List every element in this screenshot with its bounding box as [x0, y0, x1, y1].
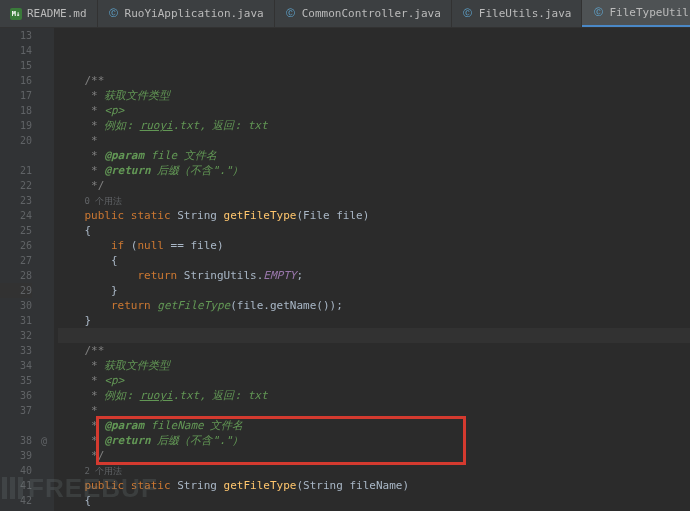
line-number: 25	[0, 223, 32, 238]
line-number: 33	[0, 343, 32, 358]
java-class-icon: Ⓒ	[108, 8, 120, 20]
code-line[interactable]: {	[58, 253, 690, 268]
code-line[interactable]: * 获取文件类型	[58, 88, 690, 103]
code-area[interactable]: /** * 获取文件类型 * <p> * 例如: ruoyi.txt, 返回: …	[54, 28, 690, 511]
code-line[interactable]: return getFileType(file.getName());	[58, 298, 690, 313]
line-number: 17	[0, 88, 32, 103]
line-number-gutter: 1314151617181920212223242526272829303132…	[0, 28, 40, 511]
tab-ruoyiapplication-java[interactable]: ⒸRuoYiApplication.java	[98, 0, 275, 27]
code-line[interactable]: {	[58, 223, 690, 238]
tab-label: FileTypeUtils.java	[609, 6, 690, 19]
tab-commoncontroller-java[interactable]: ⒸCommonController.java	[275, 0, 452, 27]
tab-bar: M↓README.mdⒸRuoYiApplication.javaⒸCommon…	[0, 0, 690, 28]
line-number: 30	[0, 298, 32, 313]
watermark: FREEBUF	[2, 477, 158, 499]
code-line[interactable]: }	[58, 283, 690, 298]
code-line[interactable]: * @param file 文件名	[58, 148, 690, 163]
code-line[interactable]: */	[58, 448, 690, 463]
gutter-override-icon[interactable]: @	[41, 433, 47, 448]
code-line[interactable]: }	[58, 313, 690, 328]
code-line[interactable]: * @return 后缀（不含"."）	[58, 433, 690, 448]
line-number: 15	[0, 58, 32, 73]
code-line[interactable]: /**	[58, 343, 690, 358]
line-number	[0, 148, 32, 163]
code-line[interactable]: /**	[58, 73, 690, 88]
markdown-icon: M↓	[10, 8, 22, 20]
gutter-marks: @	[40, 28, 54, 511]
code-line[interactable]: if (null == file)	[58, 238, 690, 253]
code-line[interactable]: * 例如: ruoyi.txt, 返回: txt	[58, 118, 690, 133]
line-number: 34	[0, 358, 32, 373]
tab-label: FileUtils.java	[479, 7, 572, 20]
java-class-icon: Ⓒ	[285, 8, 297, 20]
line-number: 36	[0, 388, 32, 403]
tab-label: RuoYiApplication.java	[125, 7, 264, 20]
line-number: 38	[0, 433, 32, 448]
tab-label: README.md	[27, 7, 87, 20]
tab-label: CommonController.java	[302, 7, 441, 20]
code-line[interactable]: return StringUtils.EMPTY;	[58, 268, 690, 283]
tab-filetypeutils-java[interactable]: ⒸFileTypeUtils.java×	[582, 0, 690, 27]
watermark-text: FREEBUF	[28, 481, 158, 496]
code-line[interactable]: public static String getFileType(File fi…	[58, 208, 690, 223]
line-number: 28	[0, 268, 32, 283]
code-line[interactable]	[58, 328, 690, 343]
code-line[interactable]: */	[58, 178, 690, 193]
java-class-icon: Ⓒ	[462, 8, 474, 20]
line-number: 22	[0, 178, 32, 193]
code-line[interactable]: *	[58, 403, 690, 418]
line-number: 29	[0, 283, 32, 298]
line-number: 13	[0, 28, 32, 43]
line-number: 16	[0, 73, 32, 88]
line-number: 18	[0, 103, 32, 118]
line-number: 37	[0, 403, 32, 418]
line-number: 20	[0, 133, 32, 148]
line-number: 23	[0, 193, 32, 208]
code-line[interactable]: * 获取文件类型	[58, 358, 690, 373]
code-line[interactable]: 0 个用法	[58, 193, 690, 208]
line-number	[0, 418, 32, 433]
line-number: 26	[0, 238, 32, 253]
code-editor[interactable]: 1314151617181920212223242526272829303132…	[0, 28, 690, 511]
code-line[interactable]: * @return 后缀（不含"."）	[58, 163, 690, 178]
line-number: 14	[0, 43, 32, 58]
line-number: 31	[0, 313, 32, 328]
code-line[interactable]: * @param fileName 文件名	[58, 418, 690, 433]
line-number: 35	[0, 373, 32, 388]
line-number: 39	[0, 448, 32, 463]
tab-fileutils-java[interactable]: ⒸFileUtils.java	[452, 0, 583, 27]
code-line[interactable]: * <p>	[58, 103, 690, 118]
tab-readme-md[interactable]: M↓README.md	[0, 0, 98, 27]
line-number: 27	[0, 253, 32, 268]
code-line[interactable]: *	[58, 133, 690, 148]
code-line[interactable]: * 例如: ruoyi.txt, 返回: txt	[58, 388, 690, 403]
code-line[interactable]: * <p>	[58, 373, 690, 388]
line-number: 24	[0, 208, 32, 223]
line-number: 21	[0, 163, 32, 178]
java-class-icon: Ⓒ	[592, 7, 604, 19]
line-number: 19	[0, 118, 32, 133]
line-number: 32	[0, 328, 32, 343]
